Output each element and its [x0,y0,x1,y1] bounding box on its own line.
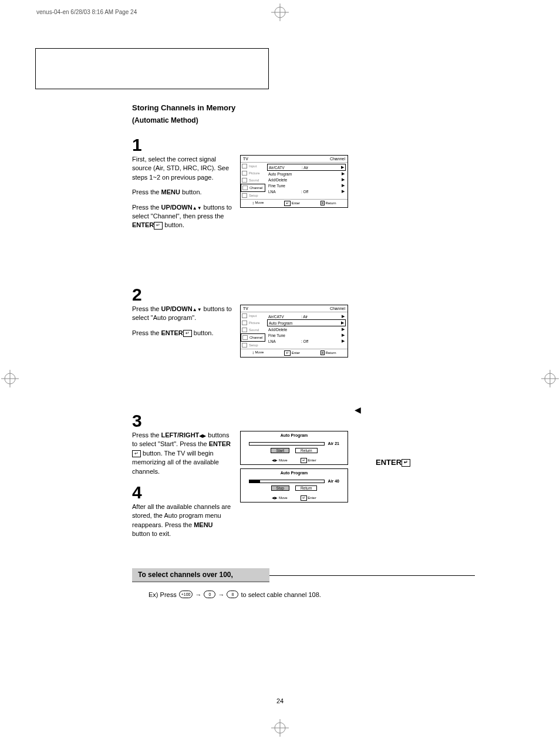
subsection-title: To select channels over 100, [132,568,269,582]
enter-icon: ↵ [183,330,192,337]
divider-line [269,575,475,576]
channel-icon [242,186,248,190]
input-icon [242,313,247,318]
step-2: 2 Press the UP/DOWN buttons to select "A… [132,285,484,357]
picture-icon [242,171,247,176]
osd-row-adddelete: Add/Delete▶ [267,326,346,332]
step-4: 4 After all the available channels are s… [132,483,484,539]
auto-program-title: Auto Program [241,431,348,439]
channel-icon [242,335,248,340]
select-channels-over-100: To select channels over 100, Ex) Press +… [132,568,475,598]
digit-8-button-icon: 8 [227,591,238,598]
sound-icon [242,178,247,183]
osd-screenshot-2: TV Channel Input Picture Sound Channel S… [240,305,348,357]
step-number: 1 [132,135,484,155]
enter-icon: ↵ [132,450,141,457]
step-1: 1 First, select the correct signal sourc… [132,135,484,230]
auto-program-title: Auto Program [241,469,348,477]
auto-program-screenshot-1: Auto Program Air 21 Start Return ◀▶ Move [240,431,348,465]
osd-tv-label: TV [243,157,248,161]
registration-mark-right [541,370,559,389]
enter-icon: ↵ [402,459,410,466]
left-arrow-icon: ◀ [355,405,361,414]
osd-row-autoprogram: Auto Program▶ [267,319,346,326]
input-icon [242,164,247,168]
osd-row-finetune: Fine Tune▶ [267,183,346,188]
up-arrow-icon [193,204,197,211]
osd-row-adddelete: Add/Delete▶ [267,177,346,183]
registration-mark-left [1,370,19,389]
step-4-p1: After all the available channels are sto… [132,502,232,539]
osd-main: Air/CATV: Air▶ Auto Program▶ Add/Delete▶… [265,163,348,199]
picture-icon [242,321,247,325]
osd-row-lna: LNA: Off▶ [267,338,346,344]
enter-icon: ↵ [154,222,163,229]
step-1-text: First, select the correct signal source … [132,155,232,230]
step-number: 3 [132,411,484,431]
step-number: 4 [132,483,484,502]
step-1-p3: Press the UP/DOWN buttons to select "Cha… [132,203,232,230]
osd-row-lna: LNA: Off▶ [267,188,346,194]
step-2-p2: Press the ENTER↵ button. [132,329,232,338]
step-2-p1: Press the UP/DOWN buttons to select "Aut… [132,305,232,323]
return-icon: Ⅲ [321,350,325,355]
osd-tv-label: TV [243,306,248,311]
enter-icon: ↵ [284,201,291,206]
title-placeholder-box [35,48,269,89]
return-icon: Ⅲ [321,201,325,205]
step-3-text: Press the LEFT/RIGHT buttons to select "… [132,431,232,476]
page-number: 24 [276,697,284,704]
osd-screenshot-1: TV Channel Input Picture Sound Channel S… [240,155,348,208]
section-subheading: (Automatic Method) [132,116,198,124]
step-2-text: Press the UP/DOWN buttons to select "Aut… [132,305,232,338]
section-heading: Storing Channels in Memory [132,103,235,112]
down-arrow-icon [197,204,202,211]
down-arrow-icon [197,305,202,312]
return-button: Return [295,448,318,453]
registration-mark-top [271,4,289,23]
step-1-p2: Press the MENU button. [132,188,232,197]
step-3-p1: Press the LEFT/RIGHT buttons to select "… [132,431,232,476]
step-1-p1: First, select the correct signal source … [132,155,232,182]
enter-icon: ↵ [284,350,291,356]
start-button: Start [271,448,289,453]
osd-main: Air/CATV: Air▶ Auto Program▶ Add/Delete▶… [265,312,348,349]
digit-0-button-icon: 0 [204,591,215,598]
enter-icon: ↵ [301,458,307,463]
print-slug: venus-04-en 6/28/03 8:16 AM Page 24 [36,9,137,15]
osd-row-aircatv: Air/CATV: Air▶ [267,313,346,319]
osd-sidebar: Input Picture Sound Channel Setup [241,312,265,349]
osd-row-autoprogram: Auto Program▶ [267,171,346,177]
setup-icon [242,193,247,198]
step-number: 2 [132,285,484,305]
enter-label-side: ENTER↵ [376,458,410,467]
osd-footer: ↕ Move ↵ Enter Ⅲ Return [241,200,348,207]
setup-icon [242,343,247,348]
current-channel: Air 21 [328,441,339,446]
plus100-button-icon: +100 [179,591,193,598]
up-arrow-icon [193,305,197,312]
progress-bar [249,442,325,446]
osd-footer: ↕ Move ↵ Enter Ⅲ Return [241,349,348,357]
osd-row-finetune: Fine Tune▶ [267,332,346,338]
osd-section-label: Channel [330,157,345,161]
auto-program-footer: ◀▶ Move ↵ Enter [241,457,348,464]
registration-mark-bottom [271,719,289,738]
step-4-text: After all the available channels are sto… [132,502,232,539]
sound-icon [242,328,247,332]
osd-sidebar: Input Picture Sound Channel Setup [241,163,265,199]
osd-section-label: Channel [330,306,345,311]
osd-row-aircatv: Air/CATV: Air▶ [267,164,346,171]
example-text: Ex) Press +100 → 0 → 8 to select cable c… [132,582,475,598]
